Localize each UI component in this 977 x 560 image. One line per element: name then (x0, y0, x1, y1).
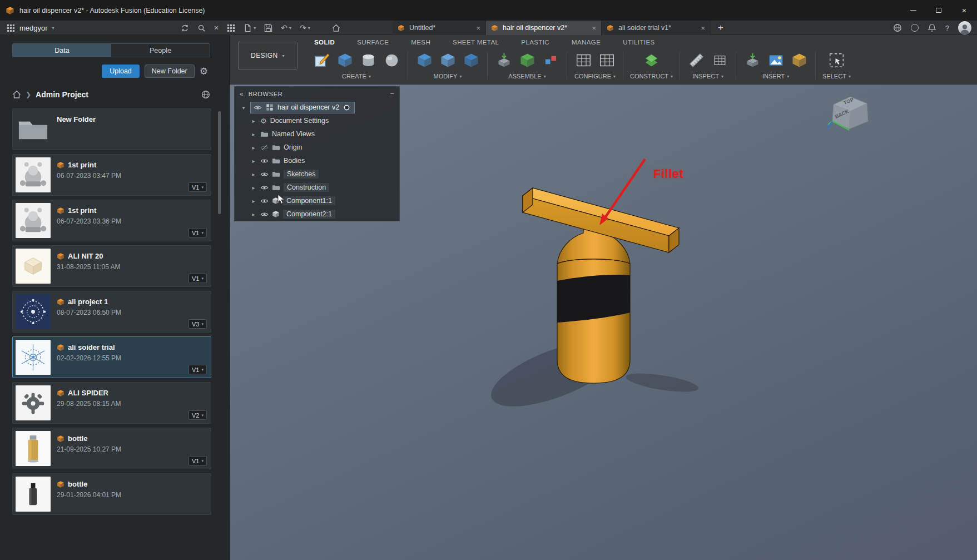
browser-root-row[interactable]: ▾ hair oil dispencer v2 (235, 101, 399, 114)
ribbon-tab-surface[interactable]: SURFACE (357, 39, 389, 46)
undo-button[interactable]: ↶ ▾ (281, 23, 291, 32)
maximize-button[interactable] (926, 0, 951, 21)
gear-icon[interactable]: ⚙ (200, 67, 208, 76)
offset-plane-icon[interactable] (642, 51, 661, 70)
chevron-right-icon[interactable]: ▸ (250, 211, 257, 217)
version-dropdown[interactable]: V1▾ (189, 365, 207, 374)
home-icon[interactable] (332, 24, 340, 32)
node-label[interactable]: Component1:1 (283, 196, 335, 205)
browser-node-bodies[interactable]: ▸ Bodies (235, 154, 399, 167)
list-item[interactable]: ALI SPIDER 29-08-2025 08:15 AM V2▾ (12, 382, 211, 424)
ribbon-tab-solid[interactable]: SOLID (314, 39, 335, 46)
notifications-bell-icon[interactable] (928, 23, 936, 32)
configuration-theme-icon[interactable] (597, 51, 616, 70)
new-tab-button[interactable]: + (711, 21, 731, 35)
version-dropdown[interactable]: V1▾ (189, 274, 207, 283)
globe-icon[interactable] (893, 23, 902, 32)
list-item[interactable]: 1st print 06-07-2023 03:47 PM V1▾ (12, 154, 211, 196)
browser-node-component1[interactable]: ▸ Component1:1 (235, 194, 399, 207)
configure-dropdown[interactable]: CONFIGURE▾ (574, 73, 616, 80)
shell-icon[interactable] (462, 51, 480, 70)
node-label[interactable]: Origin (284, 143, 302, 151)
doc-tab-hair-oil-dispencer[interactable]: hair oil dispencer v2* × (486, 21, 602, 35)
node-label[interactable]: Sketches (284, 170, 319, 179)
chevron-right-icon[interactable]: ▸ (250, 158, 257, 164)
chevron-right-icon[interactable]: ▸ (250, 185, 257, 191)
eye-off-icon[interactable] (260, 143, 269, 152)
chevron-right-icon[interactable]: ▸ (250, 118, 257, 124)
browser-node-component2[interactable]: ▸ Component2:1 (235, 207, 399, 221)
search-icon[interactable] (197, 24, 206, 32)
tab-data[interactable]: Data (13, 44, 111, 57)
apps-grid-icon[interactable] (227, 24, 235, 32)
version-dropdown[interactable]: V1▾ (189, 182, 207, 192)
eye-icon[interactable] (260, 197, 269, 205)
list-item[interactable]: 1st print 06-07-2023 03:36 PM V1▾ (12, 200, 211, 241)
eye-icon[interactable] (254, 103, 262, 112)
create-dropdown[interactable]: CREATE▾ (342, 73, 371, 80)
inspect-dropdown[interactable]: INSPECT▾ (692, 73, 723, 80)
eye-icon[interactable] (260, 170, 269, 179)
file-menu[interactable]: ▾ (244, 24, 256, 32)
data-panel-scrollbar[interactable] (218, 111, 221, 214)
create-sketch-icon[interactable] (312, 51, 331, 70)
viewport-3d[interactable]: Fillet TOP BACK « BROWSER − ▾ (230, 85, 977, 560)
close-tab-icon[interactable]: × (476, 24, 480, 32)
list-item[interactable]: bottle 29-01-2026 04:01 PM (12, 473, 211, 515)
select-tool-icon[interactable] (827, 51, 846, 70)
version-dropdown[interactable]: V2▾ (189, 410, 207, 420)
browser-node-construction[interactable]: ▸ Construction (235, 181, 399, 194)
ribbon-tab-sheet-metal[interactable]: SHEET METAL (453, 39, 499, 46)
new-folder-button[interactable]: New Folder (145, 65, 195, 78)
doc-tab-untitled[interactable]: Untitled* × (393, 21, 486, 35)
new-component-icon[interactable] (494, 51, 513, 70)
doc-tab-ali-soider-trial[interactable]: ali soider trial v1* × (602, 21, 711, 35)
workspace-selector[interactable]: DESIGN ▾ (238, 42, 297, 70)
revolve-icon[interactable] (359, 51, 378, 70)
press-pull-icon[interactable] (415, 51, 434, 70)
chevron-down-icon[interactable]: ▾ (240, 105, 247, 111)
version-dropdown[interactable]: V1▾ (189, 228, 207, 237)
node-label[interactable]: Document Settings (270, 117, 329, 125)
chevron-right-icon[interactable]: ▸ (250, 171, 257, 177)
select-dropdown[interactable]: SELECT▾ (822, 73, 851, 80)
status-circle-icon[interactable] (911, 24, 919, 32)
chevron-right-icon[interactable]: ▸ (250, 145, 257, 151)
browser-node-named-views[interactable]: ▸ Named Views (235, 127, 399, 141)
minimize-browser-icon[interactable]: − (390, 90, 394, 98)
close-tab-icon[interactable]: × (701, 24, 705, 32)
account-menu[interactable]: medgyor ▾ (7, 21, 54, 35)
minimize-button[interactable] (900, 0, 926, 21)
ribbon-tab-utilities[interactable]: UTILITIES (623, 39, 654, 46)
node-label[interactable]: Construction (284, 183, 329, 192)
insert-derive-icon[interactable] (743, 51, 762, 70)
chevron-right-icon[interactable]: ▸ (250, 198, 257, 204)
home-icon[interactable] (12, 90, 21, 99)
measure-icon[interactable] (687, 51, 706, 70)
modify-dropdown[interactable]: MODIFY▾ (434, 73, 462, 80)
list-item[interactable]: ALI NIT 20 31-08-2025 11:05 AM V1▾ (12, 245, 211, 287)
version-dropdown[interactable]: V3▾ (189, 319, 207, 329)
view-cube[interactable]: TOP BACK (824, 89, 877, 138)
root-document-name[interactable]: hair oil dispencer v2 (277, 103, 339, 111)
fillet-icon[interactable] (438, 51, 457, 70)
version-dropdown[interactable]: V1▾ (189, 456, 207, 465)
node-label[interactable]: Component2:1 (283, 210, 335, 219)
sphere-form-icon[interactable] (382, 51, 401, 70)
browser-node-sketches[interactable]: ▸ Sketches (235, 167, 399, 181)
redo-button[interactable]: ↷ ▾ (300, 23, 310, 32)
browser-node-document-settings[interactable]: ▸ ⚙ Document Settings (235, 114, 399, 127)
configuration-table-icon[interactable] (574, 51, 593, 70)
help-icon[interactable]: ? (945, 24, 949, 32)
globe-icon[interactable] (201, 90, 210, 99)
close-search-icon[interactable]: × (214, 23, 219, 32)
section-analysis-icon[interactable] (710, 51, 729, 70)
list-item[interactable]: bottle 21-09-2025 10:27 PM V1▾ (12, 428, 211, 469)
save-icon[interactable] (264, 24, 272, 32)
list-item-selected[interactable]: ali soider trial 02-02-2026 12:55 PM V1▾ (12, 336, 211, 378)
project-name[interactable]: Admin Project (36, 90, 88, 99)
insert-dropdown[interactable]: INSERT▾ (762, 73, 789, 80)
upload-button[interactable]: Upload (102, 65, 140, 78)
joint-origin-icon[interactable] (541, 51, 560, 70)
canvas-image-icon[interactable] (766, 51, 785, 70)
